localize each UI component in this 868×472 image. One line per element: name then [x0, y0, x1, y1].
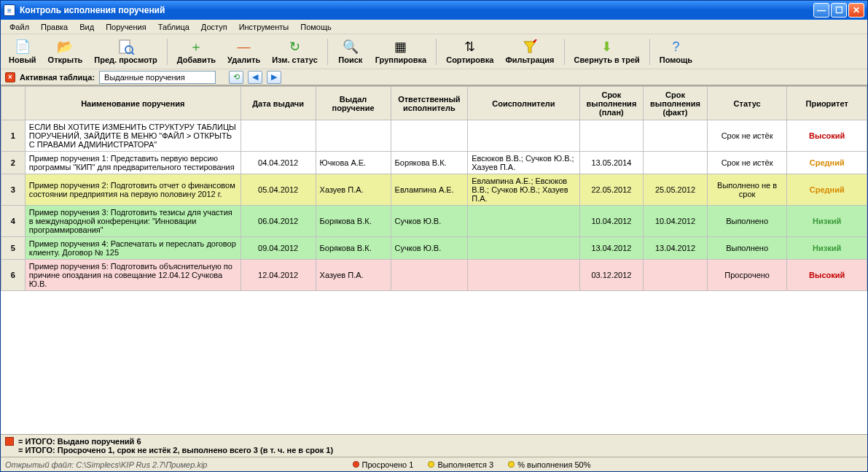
open-icon: 📂: [57, 39, 73, 55]
col-header-2[interactable]: Дата выдачи: [241, 87, 316, 120]
cell-date: 04.04.2012: [241, 152, 316, 174]
summary-line-1: = ИТОГО: Выдано поручений 6: [18, 437, 141, 446]
cell-name: ЕСЛИ ВЫ ХОТИТЕ ИЗМЕНИТЬ СТРУКТУРУ ТАБЛИЦ…: [25, 120, 241, 152]
menu-таблица[interactable]: Таблица: [154, 21, 194, 33]
cell-coexecutors: Евлампина А.Е.; Евсюков В.В.; Сучков Ю.В…: [468, 174, 579, 206]
close-table-icon[interactable]: ×: [5, 72, 15, 82]
cell-fact: [644, 152, 708, 174]
sort-icon: ⇅: [462, 39, 478, 55]
col-header-9[interactable]: Приоритет: [787, 87, 867, 120]
cell-responsible: [391, 260, 468, 291]
app-window: ≡ Контроль исполнения поручений — ☐ ✕ Фа…: [0, 0, 868, 472]
menu-bar: ФайлПравкаВидПорученияТаблицаДоступИнстр…: [1, 20, 867, 34]
change-status-icon: ↻: [286, 39, 302, 55]
search-button[interactable]: 🔍Поиск: [332, 36, 369, 66]
cell-status: Срок не истёк: [707, 152, 787, 174]
cell-priority: Высокий: [787, 120, 867, 152]
cell-issuer: Хазуев П.А.: [316, 260, 391, 291]
col-header-5[interactable]: Соисполнители: [468, 87, 579, 120]
active-table-value[interactable]: Выданные поручения: [99, 71, 216, 84]
cell-priority: Низкий: [787, 237, 867, 260]
cell-coexecutors: [468, 237, 579, 260]
toolbar-separator: [167, 39, 168, 65]
cell-fact: 10.04.2012: [644, 206, 708, 237]
sort-button[interactable]: ⇅Сортировка: [441, 36, 498, 66]
cell-priority: Средний: [787, 174, 867, 206]
cell-responsible: Борякова В.К.: [391, 152, 468, 174]
cell-plan: 10.04.2012: [579, 206, 644, 237]
cell-status: Выполнено: [707, 237, 787, 260]
new-button[interactable]: 📄Новый: [4, 36, 42, 66]
menu-файл[interactable]: Файл: [5, 21, 34, 33]
preview-button[interactable]: Пред. просмотр: [89, 36, 162, 66]
status-dot-red-icon: [353, 461, 359, 468]
group-button[interactable]: ▦Группировка: [370, 36, 431, 66]
col-header-3[interactable]: Выдал поручение: [316, 87, 391, 120]
toolbar-separator: [564, 39, 565, 65]
col-header-1[interactable]: Наименование поручения: [25, 87, 241, 120]
cell-issuer: [316, 120, 391, 152]
delete-icon: —: [236, 39, 252, 55]
cell-fact: 25.05.2012: [644, 174, 708, 206]
table-row[interactable]: 2Пример поручения 1: Представить первую …: [1, 152, 867, 174]
cell-status: Срок не истёк: [707, 120, 787, 152]
col-header-8[interactable]: Статус: [707, 87, 787, 120]
minimize-button[interactable]: —: [813, 3, 829, 18]
menu-правка[interactable]: Правка: [36, 21, 72, 33]
cell-status: Выполнено: [707, 206, 787, 237]
cell-responsible: Сучков Ю.В.: [391, 206, 468, 237]
menu-доступ[interactable]: Доступ: [197, 21, 232, 33]
active-table-bar: × Активная таблица: Выданные поручения ⟲…: [1, 69, 867, 85]
cell-name: Пример поручения 5: Подготовить объяснит…: [25, 260, 241, 291]
table-row[interactable]: 5Пример поручения 4: Распечатать и перес…: [1, 237, 867, 260]
table-body: 1ЕСЛИ ВЫ ХОТИТЕ ИЗМЕНИТЬ СТРУКТУРУ ТАБЛИ…: [1, 120, 867, 291]
add-icon: ＋: [188, 39, 204, 55]
status-percent: % выполнения 50%: [517, 460, 590, 469]
menu-инструменты[interactable]: Инструменты: [235, 21, 294, 33]
title-bar: ≡ Контроль исполнения поручений — ☐ ✕: [1, 1, 867, 20]
open-button-label: Открыть: [48, 55, 83, 64]
cell-name: Пример поручения 4: Распечатать и пересл…: [25, 237, 241, 260]
status-running: Выполняется 3: [437, 460, 493, 469]
col-header-0[interactable]: [1, 87, 26, 120]
table-row[interactable]: 3Пример поручения 2: Подготовить отчет о…: [1, 174, 867, 206]
svg-line-2: [131, 52, 134, 55]
group-button-label: Группировка: [375, 55, 426, 64]
nav-prev-button[interactable]: ◀: [248, 71, 262, 84]
preview-icon: [118, 39, 134, 55]
tasks-table: Наименование порученияДата выдачиВыдал п…: [1, 86, 867, 291]
help-button[interactable]: ?Помощь: [654, 36, 697, 66]
maximize-button[interactable]: ☐: [831, 3, 847, 18]
sort-button-label: Сортировка: [446, 55, 493, 64]
col-header-6[interactable]: Срок выполнения (план): [579, 87, 644, 120]
table-scroll-area[interactable]: Наименование порученияДата выдачиВыдал п…: [1, 85, 867, 434]
change-status-button[interactable]: ↻Изм. статус: [267, 36, 323, 66]
summary-panel: = ИТОГО: Выдано поручений 6 = ИТОГО: Про…: [1, 434, 867, 457]
close-button[interactable]: ✕: [848, 3, 864, 18]
filter-button[interactable]: Фильтрация: [500, 36, 559, 66]
row-index: 6: [1, 260, 26, 291]
nav-refresh-button[interactable]: ⟲: [229, 71, 243, 84]
col-header-7[interactable]: Срок выполнения (факт): [644, 87, 708, 120]
toolbar-separator: [436, 39, 437, 65]
delete-button[interactable]: —Удалить: [222, 36, 265, 66]
change-status-button-label: Изм. статус: [272, 55, 318, 64]
table-row[interactable]: 1ЕСЛИ ВЫ ХОТИТЕ ИЗМЕНИТЬ СТРУКТУРУ ТАБЛИ…: [1, 120, 867, 152]
cell-date: 09.04.2012: [241, 237, 316, 260]
table-row[interactable]: 4Пример поручения 3: Подготовить тезисы …: [1, 206, 867, 237]
add-button[interactable]: ＋Добавить: [172, 36, 221, 66]
tray-button[interactable]: ⬇Свернуть в трей: [569, 36, 645, 66]
open-button[interactable]: 📂Открыть: [43, 36, 88, 66]
table-row[interactable]: 6Пример поручения 5: Подготовить объясни…: [1, 260, 867, 291]
menu-вид[interactable]: Вид: [75, 21, 98, 33]
svg-line-4: [533, 39, 536, 42]
search-icon: 🔍: [343, 39, 359, 55]
col-header-4[interactable]: Ответственный исполнитель: [391, 87, 468, 120]
menu-поручения[interactable]: Поручения: [101, 21, 151, 33]
menu-помощь[interactable]: Помощь: [296, 21, 336, 33]
search-button-label: Поиск: [338, 55, 362, 64]
cell-date: 06.04.2012: [241, 206, 316, 237]
nav-next-button[interactable]: ▶: [267, 71, 281, 84]
cell-issuer: Ючкова А.Е.: [316, 152, 391, 174]
cell-coexecutors: [468, 120, 579, 152]
